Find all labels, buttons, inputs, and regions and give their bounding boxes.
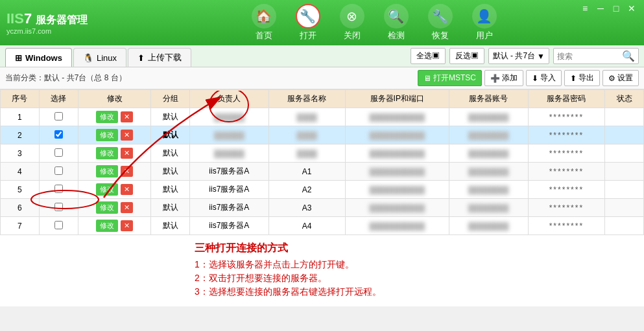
mstsc-icon: 🖥 [423,74,431,83]
server-table: 序号 选择 修改 分组 负责人 服务器名称 服务器IP和端口 服务器账号 服务器… [0,89,644,235]
cell-password: ******** [528,217,604,235]
edit-button[interactable]: 修改 [96,201,118,214]
current-category: 当前分类：默认 - 共7台（总 8 台） [5,73,126,84]
edit-button[interactable]: 修改 [96,165,118,177]
col-id: 序号 [1,90,40,108]
delete-button[interactable]: ✕ [121,166,133,177]
edit-button[interactable]: 修改 [96,129,118,141]
cell-id: 6 [1,199,40,217]
table-row[interactable]: 6修改 ✕默认iis7服务器AA3███████████████████****… [1,199,644,217]
table-row[interactable]: 2修改 ✕默认█████████████████████████████****… [1,126,644,144]
cell-ip: ███████████ [345,181,449,199]
cell-password: ******** [528,199,604,217]
cell-manager: ██████ [190,108,269,126]
nav-restore[interactable]: 🔧 恢复 [428,4,453,41]
cell-ip: ███████████ [345,217,449,235]
windows-tab-icon: ⊞ [15,53,22,63]
table-row[interactable]: 5修改 ✕默认iis7服务器AA2███████████████████****… [1,181,644,199]
settings-button[interactable]: ⚙ 设置 [602,70,639,86]
delete-button[interactable]: ✕ [121,184,133,195]
window-controls: ≡ ─ □ ✕ [579,3,638,14]
delete-button[interactable]: ✕ [121,202,133,213]
edit-button[interactable]: 修改 [96,220,118,232]
delete-button[interactable]: ✕ [121,111,133,122]
upload-tab-icon: ⬆ [137,53,145,63]
group-dropdown[interactable]: 默认 - 共7台 ▼ [488,48,549,64]
windows-tab-label: Windows [25,53,62,63]
cell-checkbox[interactable] [39,126,78,144]
nav-icons: 🏠 首页 🔧 打开 ⊗ 关闭 🔍 检测 🔧 恢复 👤 用户 [110,4,638,41]
cell-checkbox[interactable] [39,199,78,217]
cell-checkbox[interactable] [39,163,78,181]
annotation-item-2: 2：双击打开想要连接的服务器。 [195,273,631,284]
edit-button[interactable]: 修改 [96,183,118,196]
logo-area: IIS7 服务器管理 yczm.iis7.com [6,10,110,35]
nav-close[interactable]: ⊗ 关闭 [340,4,364,41]
cell-checkbox[interactable] [39,144,78,163]
cell-server-name: A2 [268,181,345,199]
cell-edit[interactable]: 修改 ✕ [78,144,150,163]
cell-group: 默认 [151,181,190,199]
table-row[interactable]: 7修改 ✕默认iis7服务器AA4███████████████████****… [1,217,644,235]
edit-button[interactable]: 修改 [96,111,118,123]
export-icon: ⬆ [570,74,577,83]
import-button[interactable]: ⬇ 导入 [526,70,562,86]
cell-edit[interactable]: 修改 ✕ [78,163,150,181]
col-password: 服务器密码 [528,90,604,108]
close-button[interactable]: ✕ [626,3,638,14]
cell-manager: iis7服务器A [190,181,269,199]
cell-edit[interactable]: 修改 ✕ [78,217,150,235]
maximize-button[interactable]: □ [610,3,622,14]
settings-icon: ⚙ [608,74,615,83]
nav-open[interactable]: 🔧 打开 [296,4,320,41]
search-input[interactable] [557,52,622,61]
nav-detect[interactable]: 🔍 检测 [384,4,409,41]
tab-windows[interactable]: ⊞ Windows [5,48,72,67]
col-group: 分组 [151,90,190,108]
cell-edit[interactable]: 修改 ✕ [78,181,150,199]
cell-ip: ███████████ [345,144,449,163]
cell-edit[interactable]: 修改 ✕ [78,126,150,144]
table-row[interactable]: 3修改 ✕默认█████████████████████████████****… [1,144,644,163]
cell-group: 默认 [151,144,190,163]
nav-user[interactable]: 👤 用户 [472,4,497,41]
delete-button[interactable]: ✕ [121,148,133,159]
cell-group: 默认 [151,108,190,126]
tab-linux[interactable]: 🐧 Linux [73,48,126,67]
cell-status [605,163,644,181]
cell-checkbox[interactable] [39,181,78,199]
cell-id: 7 [1,217,40,235]
upload-tab-label: 上传下载 [148,52,182,63]
tab-upload[interactable]: ⬆ 上传下载 [128,48,191,67]
nav-home[interactable]: 🏠 首页 [252,4,276,41]
delete-button[interactable]: ✕ [121,130,133,141]
edit-button[interactable]: 修改 [96,147,118,159]
cell-group: 默认 [151,163,190,181]
cell-account: ████████ [449,181,528,199]
cell-edit[interactable]: 修改 ✕ [78,108,150,126]
mstsc-button[interactable]: 🖥 打开MSTSC [418,70,482,86]
add-label: 添加 [502,73,518,84]
cell-server-name: ████ [268,126,345,144]
cell-server-name: ████ [268,108,345,126]
export-button[interactable]: ⬆ 导出 [564,70,600,86]
logo-brand: IIS7 服务器管理 [6,10,88,27]
nav-open-label: 打开 [300,30,316,41]
minimize-button[interactable]: ─ [595,3,606,14]
table-row[interactable]: 1修改 ✕默认█████████████████████████████****… [1,108,644,126]
cell-manager: iis7服务器A [190,217,269,235]
cell-checkbox[interactable] [39,217,78,235]
add-button[interactable]: ➕ 添加 [484,70,523,86]
cell-checkbox[interactable] [39,108,78,126]
table-row[interactable]: 4修改 ✕默认iis7服务器AA1███████████████████****… [1,163,644,181]
menu-button[interactable]: ≡ [579,3,591,14]
deselect-button[interactable]: 反选▣ [449,48,484,64]
nav-home-label: 首页 [256,30,272,41]
col-edit: 修改 [78,90,150,108]
cell-status [605,144,644,163]
cell-ip: ███████████ [345,126,449,144]
home-icon: 🏠 [252,4,276,29]
cell-edit[interactable]: 修改 ✕ [78,199,150,217]
select-all-button[interactable]: 全选▣ [411,48,446,64]
delete-button[interactable]: ✕ [121,220,133,231]
